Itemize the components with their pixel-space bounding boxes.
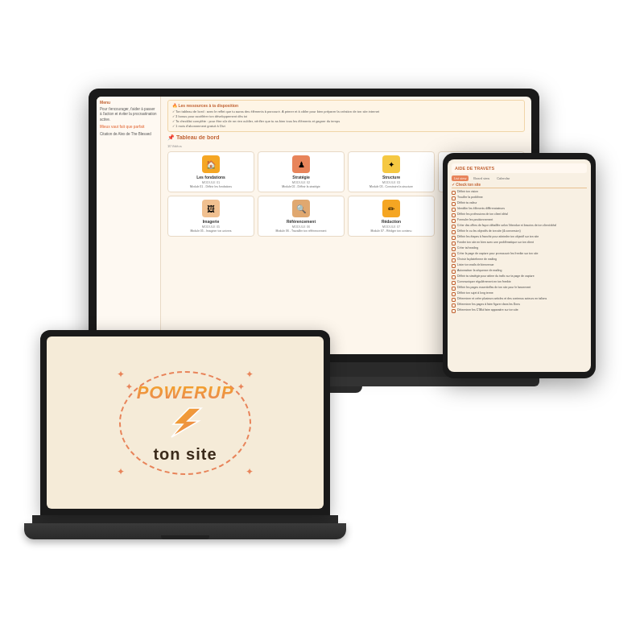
check-box-8[interactable] <box>452 230 456 234</box>
check-box-12[interactable] <box>452 253 456 257</box>
module-sub-2: Module 02 - Définir la stratégie <box>262 185 341 188</box>
check-box-18[interactable] <box>452 287 456 291</box>
module-sub-1: Module 01 - Définir les fondations <box>171 185 250 188</box>
module-name-2: Stratégie <box>262 175 341 180</box>
check-text-2: Trouiller la problème <box>457 196 483 200</box>
modules-count: 10 Vidéos <box>167 144 525 148</box>
check-text-8: Définir le ou les objectifs de ton site … <box>457 229 521 233</box>
checklist-item: Définir ta stratégie pour attirer du tra… <box>452 275 587 279</box>
check-box-5[interactable] <box>452 213 456 217</box>
laptop-base <box>24 523 346 539</box>
tab-list-view[interactable]: List view <box>452 175 469 181</box>
check-text-9: Définir les étapes à franchir pour attei… <box>457 235 539 239</box>
module-num-7: MODULE 07 <box>352 225 431 229</box>
star-br-icon: ✦ <box>246 466 254 477</box>
check-box-7[interactable] <box>452 225 456 229</box>
laptop-hinge <box>32 515 338 523</box>
check-text-12: Créer la page de capture pour promouvoir… <box>457 252 538 256</box>
check-box-6[interactable] <box>452 219 456 223</box>
module-icon-6: 🔍 <box>292 200 310 217</box>
checklist-item: Fonder ton site en bien avec une problém… <box>452 241 587 246</box>
check-text-4: Identifier les éléments différenciateurs <box>457 207 505 211</box>
module-num-6: MODULE 06 <box>262 225 341 229</box>
checklist-item: Déterminer les pages à faire figurer dan… <box>452 303 587 308</box>
checklist-item: Définir ton sujet à long terme <box>452 291 587 296</box>
checklist-item: Définir ta valeur <box>452 201 587 206</box>
star-tr-icon: ✦ <box>246 369 254 380</box>
module-card-strategie: ♟ Stratégie MODULE 02 Module 02 - Défini… <box>258 151 345 192</box>
svg-marker-0 <box>171 408 201 437</box>
tab-board-view[interactable]: Board view <box>471 175 492 181</box>
check-box-17[interactable] <box>452 281 456 285</box>
checklist-section: ✓ Check ton site Définir ton vision Trou… <box>452 183 587 313</box>
check-text-22: Déterminer les CTA à faire apparaitre su… <box>457 308 518 312</box>
module-card-redaction: ✏ Rédaction MODULE 07 Module 07 - Rédige… <box>348 196 435 237</box>
laptop-display: ✦ ✦ ✦ ✦ POWERUP <box>47 336 324 509</box>
module-num-3: MODULE 03 <box>352 180 431 184</box>
checklist-item: Lister ton mails de bienvenue <box>452 263 587 268</box>
sidebar-active-item: Mieux vaut fait que parfait <box>100 125 157 130</box>
module-icon-7: ✏ <box>382 200 400 217</box>
module-card-referencement: 🔍 Référencement MODULE 06 Module 06 - Tr… <box>258 196 345 237</box>
check-box-16[interactable] <box>452 275 456 279</box>
tablet-screen: AIDE DE TRAVETS List view Board view Cal… <box>448 159 591 372</box>
powerup-bottom-text: ton site <box>137 445 234 464</box>
tab-calendar[interactable]: Calendar <box>494 175 512 181</box>
sidebar-citation: Citation de Alex de The Blessed <box>100 132 157 137</box>
check-box-13[interactable] <box>452 258 456 262</box>
check-text-5: Définir les professions de ton client id… <box>457 213 508 217</box>
check-text-18: Définir les pages essentielles de ton si… <box>457 286 530 290</box>
tablet-tabs: List view Board view Calendar <box>452 175 587 181</box>
check-box-10[interactable] <box>452 242 456 246</box>
check-box-20[interactable] <box>452 298 456 302</box>
module-icon-1: 🏠 <box>202 155 220 173</box>
module-icon-5: 🖼 <box>202 200 220 217</box>
check-box-3[interactable] <box>452 202 456 206</box>
checklist-item: Déterminer et créer plusieurs articles e… <box>452 297 587 302</box>
tablet-body: AIDE DE TRAVETS List view Board view Cal… <box>443 153 596 378</box>
logo-border: ✦ ✦ ✦ ✦ POWERUP <box>119 371 252 475</box>
check-box-4[interactable] <box>452 208 456 212</box>
module-sub-6: Module 06 - Travailler ton référencement <box>262 229 341 233</box>
check-text-20: Déterminer et créer plusieurs articles e… <box>457 297 547 301</box>
check-text-7: Créer des offres de façon détaillée selo… <box>457 224 556 228</box>
checklist-section-title: ✓ Check ton site <box>452 183 587 188</box>
check-text-11: Créer ta heading <box>457 246 478 250</box>
module-card-structure: ✦ Structure MODULE 03 Module 03 - Constr… <box>348 151 435 192</box>
checklist-item: Créer des offres de façon détaillée selo… <box>452 224 587 229</box>
lightning-bolt-icon <box>157 407 213 439</box>
check-text-14: Lister ton mails de bienvenue <box>457 263 494 267</box>
module-icon-3: ✦ <box>382 155 400 173</box>
module-name-7: Rédaction <box>352 219 431 224</box>
resource-item-4: ✓ 1 mois d'abonnement gratuit à Divi <box>172 124 520 128</box>
checklist-item: Définir les étapes à franchir pour attei… <box>452 235 587 240</box>
sidebar-encouragement: Pour t'encourager, t'aider à passer à l'… <box>100 107 157 122</box>
check-box-21[interactable] <box>452 303 456 308</box>
checklist-item: Automatiser la séquence de mailing <box>452 269 587 274</box>
check-box-1[interactable] <box>452 191 456 195</box>
tablet-content: AIDE DE TRAVETS List view Board view Cal… <box>448 159 591 372</box>
check-box-2[interactable] <box>452 196 456 200</box>
checklist-item: Communiquer régulièrement en ton freebie <box>452 280 587 285</box>
sidebar-title: Menu <box>100 100 157 105</box>
module-card-imagerie: 🖼 Imagerie MODULE 05 Module 05 - Imagine… <box>167 196 254 237</box>
check-text-1: Définir ton vision <box>457 190 478 194</box>
check-box-15[interactable] <box>452 270 456 274</box>
check-text-16: Définir ta stratégie pour attirer du tra… <box>457 275 535 279</box>
check-text-21: Déterminer les pages à faire figurer dan… <box>457 303 520 307</box>
check-box-19[interactable] <box>452 292 456 296</box>
tablet: AIDE DE TRAVETS List view Board view Cal… <box>443 153 596 378</box>
check-box-11[interactable] <box>452 247 456 251</box>
resource-item-3: ✓ Ta checklist complète : pour être sûr … <box>172 119 520 123</box>
module-sub-5: Module 05 - Imaginer ton univers <box>171 229 250 233</box>
resources-title: 🔥 Les ressources à ta disposition <box>172 103 520 108</box>
check-box-14[interactable] <box>452 264 456 268</box>
main-scene: Menu Pour t'encourager, t'aider à passer… <box>40 72 604 572</box>
check-text-15: Automatiser la séquence de mailing <box>457 269 502 273</box>
check-text-3: Définir ta valeur <box>457 201 477 205</box>
check-box-9[interactable] <box>452 236 456 240</box>
check-box-22[interactable] <box>452 309 456 313</box>
monitor-sidebar: Menu Pour t'encourager, t'aider à passer… <box>97 97 161 354</box>
module-num-1: MODULE 01 <box>171 180 250 184</box>
checklist-item: Créer la page de capture pour promouvoir… <box>452 252 587 257</box>
